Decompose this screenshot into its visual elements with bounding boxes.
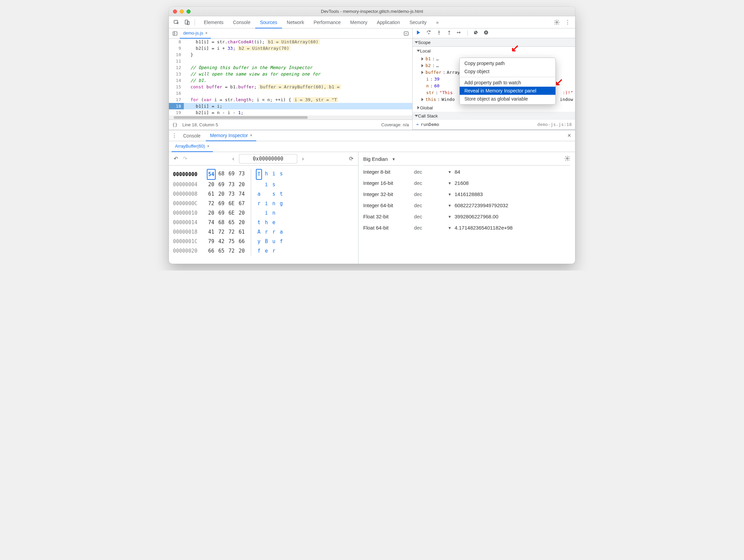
chevron-down-icon[interactable]: ▼ <box>448 215 455 219</box>
chevron-down-icon[interactable]: ▼ <box>448 203 455 208</box>
code-line[interactable]: 18 b1[i] = i; <box>169 103 412 109</box>
interp-value: 4.171482365401182e+98 <box>455 225 570 231</box>
callstack-header[interactable]: Call Stack <box>413 112 575 120</box>
close-file-tab-icon[interactable]: × <box>205 31 207 36</box>
chevron-down-icon[interactable]: ▼ <box>448 192 455 196</box>
memory-buffer-tab[interactable]: ArrayBuffer(60) × <box>172 141 213 152</box>
svg-point-3 <box>556 21 558 23</box>
code-line[interactable]: 15 const buffer = b1.buffer;buffer = Arr… <box>169 84 412 90</box>
tab-performance[interactable]: Performance <box>309 16 345 28</box>
deactivate-breakpoints-icon[interactable] <box>473 30 479 37</box>
interp-type: Float 32-bit <box>363 214 414 219</box>
endianness-selector[interactable]: Big Endian <box>363 156 388 162</box>
tab-memory[interactable]: Memory <box>346 16 372 28</box>
prev-page-icon[interactable]: ‹ <box>233 156 234 162</box>
code-line[interactable]: 9 b2[i] = i + 33;b2 = Uint8Array(70) <box>169 45 412 51</box>
scope-section-header[interactable]: Scope <box>413 38 575 46</box>
file-tab-label: demo-js.js <box>183 30 203 36</box>
settings-gear-icon[interactable] <box>552 18 562 27</box>
chevron-down-icon[interactable]: ▼ <box>448 181 455 185</box>
horizontal-scrollbar[interactable] <box>169 115 412 120</box>
interp-encoding-selector[interactable]: dec <box>414 169 448 175</box>
drawer-menu-icon[interactable]: ⋮ <box>171 132 178 139</box>
code-line[interactable]: 10 } <box>169 51 412 58</box>
file-tab[interactable]: demo-js.js × <box>180 28 211 39</box>
hex-row[interactable]: 0000002066657220fer <box>173 246 354 256</box>
hex-row[interactable]: 0000000C72696E67ring <box>173 199 354 208</box>
interp-encoding-selector[interactable]: dec <box>414 214 448 219</box>
menu-reveal-memory-inspector[interactable]: Reveal in Memory Inspector panel <box>460 87 555 95</box>
refresh-icon[interactable]: ⟳ <box>349 155 353 162</box>
tab-elements[interactable]: Elements <box>199 16 228 28</box>
drawer-tab-console[interactable]: Console <box>179 130 204 141</box>
hex-row[interactable]: 0000001474686520the <box>173 218 354 227</box>
kebab-menu-icon[interactable]: ⋮ <box>563 18 572 27</box>
menu-add-to-watch[interactable]: Add property path to watch <box>460 79 555 87</box>
interp-type: Float 64-bit <box>363 225 414 231</box>
close-drawer-tab-icon[interactable]: × <box>250 133 252 138</box>
interp-encoding-selector[interactable]: dec <box>414 225 448 231</box>
undo-icon[interactable]: ↶ <box>174 155 178 162</box>
resume-icon[interactable] <box>416 30 421 37</box>
step-over-icon[interactable] <box>426 30 432 37</box>
tab-sources[interactable]: Sources <box>255 16 282 28</box>
window-title: DevTools - memory-inspector.glitch.me/de… <box>169 9 575 14</box>
tabs-overflow-button[interactable]: » <box>431 16 443 28</box>
chevron-down-icon[interactable]: ▼ <box>392 157 396 161</box>
hex-row[interactable]: 0000000861207374a st <box>173 189 354 199</box>
code-line[interactable]: 11 <box>169 58 412 64</box>
menu-store-global[interactable]: Store object as global variable <box>460 95 555 103</box>
hex-row[interactable]: 0000001020696E20 in <box>173 208 354 218</box>
chevron-down-icon[interactable]: ▼ <box>448 170 455 174</box>
code-line[interactable]: 8 b1[i] = str.charCodeAt(i);b1 = Uint8Ar… <box>169 39 412 45</box>
next-page-icon[interactable]: › <box>302 156 304 162</box>
pause-on-exceptions-icon[interactable] <box>483 30 489 37</box>
interp-encoding-selector[interactable]: dec <box>414 180 448 186</box>
hex-row[interactable]: 0000001841727261Arra <box>173 227 354 237</box>
scope-global-header[interactable]: Global <box>413 104 575 112</box>
hex-row[interactable]: 0000000054686973This <box>173 169 354 180</box>
code-line[interactable]: 13 // will open the same view as for ope… <box>169 71 412 77</box>
code-line[interactable]: 19 b2[i] = n - i - 1; <box>169 109 412 115</box>
callstack-location[interactable]: demo-js.js:18 <box>537 121 572 128</box>
step-into-icon[interactable] <box>436 30 442 37</box>
chevron-down-icon[interactable]: ▼ <box>448 226 455 230</box>
drawer-tab-label: Memory Inspector <box>210 133 248 138</box>
menu-copy-property-path[interactable]: Copy property path <box>460 59 555 67</box>
scope-local-header[interactable]: Local <box>413 47 575 55</box>
file-tabbar: demo-js.js × <box>169 28 412 39</box>
interp-type: Integer 32-bit <box>363 191 414 197</box>
menu-copy-object[interactable]: Copy object <box>460 67 555 76</box>
interp-encoding-selector[interactable]: dec <box>414 202 448 208</box>
address-input[interactable]: 0x00000000 <box>239 154 297 164</box>
code-line[interactable]: 14 // b1. <box>169 77 412 84</box>
interp-value: 1416128883 <box>455 191 570 197</box>
hex-viewer[interactable]: 0000000054686973This0000000420697320 is … <box>169 166 358 259</box>
tab-security[interactable]: Security <box>405 16 432 28</box>
interpreter-settings-gear-icon[interactable] <box>564 155 570 163</box>
coverage-status: Coverage: n/a <box>381 122 409 127</box>
tab-console[interactable]: Console <box>228 16 255 28</box>
code-editor[interactable]: 8 b1[i] = str.charCodeAt(i);b1 = Uint8Ar… <box>169 39 412 115</box>
svg-point-8 <box>439 34 440 35</box>
pretty-print-icon[interactable]: {} <box>172 122 178 127</box>
callstack-frame[interactable]: runDemo <box>421 121 439 128</box>
devtools-window: DevTools - memory-inspector.glitch.me/de… <box>169 7 575 264</box>
hex-row[interactable]: 0000000420697320 is <box>173 180 354 189</box>
hex-row[interactable]: 0000001C79427566yBuf <box>173 237 354 246</box>
code-line[interactable]: 12 // Opening this buffer in the Memory … <box>169 64 412 71</box>
code-line[interactable]: 17 for (var i = str.length; i < n; ++i) … <box>169 96 412 103</box>
inspect-element-icon[interactable] <box>172 18 181 27</box>
snippets-play-icon[interactable] <box>401 29 411 38</box>
code-line[interactable]: 16 <box>169 90 412 96</box>
tab-application[interactable]: Application <box>372 16 405 28</box>
navigator-toggle-icon[interactable] <box>170 29 180 38</box>
interp-encoding-selector[interactable]: dec <box>414 191 448 197</box>
device-toolbar-icon[interactable] <box>182 18 192 27</box>
step-icon[interactable] <box>457 30 462 37</box>
tab-network[interactable]: Network <box>282 16 309 28</box>
close-drawer-icon[interactable]: × <box>565 132 573 139</box>
drawer-tab-memory-inspector[interactable]: Memory Inspector × <box>206 130 256 141</box>
close-buffer-tab-icon[interactable]: × <box>207 144 210 149</box>
step-out-icon[interactable] <box>446 30 452 37</box>
